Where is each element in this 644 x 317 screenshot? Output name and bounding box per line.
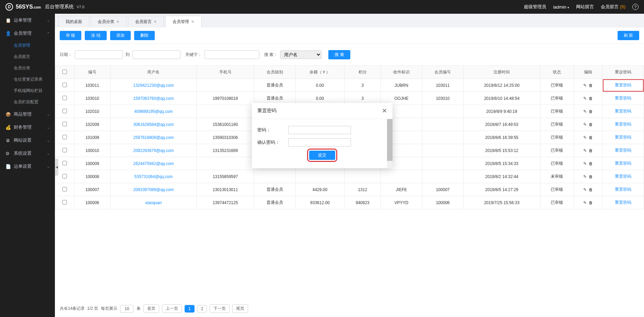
row-checkbox[interactable] bbox=[62, 161, 67, 165]
row-checkbox[interactable] bbox=[62, 96, 67, 100]
site-message-link[interactable]: 网站留言 bbox=[576, 4, 594, 10]
submit-button[interactable]: 提交 bbox=[309, 151, 335, 160]
reset-password-link[interactable]: 重置密码 bbox=[615, 200, 631, 205]
date-from-input[interactable] bbox=[75, 50, 123, 59]
close-icon[interactable]: ✕ bbox=[154, 20, 157, 24]
sidebar-collapse-handle[interactable]: ◀ bbox=[55, 158, 58, 176]
sidebar-sub-item[interactable]: 会员留言 bbox=[0, 51, 55, 62]
page-1[interactable]: 1 bbox=[185, 305, 195, 313]
select-all-checkbox[interactable] bbox=[62, 70, 67, 74]
sidebar-item[interactable]: 👤会员管理⌵ bbox=[0, 27, 55, 40]
username-link[interactable]: 409889195@qq.com bbox=[134, 109, 173, 114]
sidebar-sub-item[interactable]: 手机端网站栏目 bbox=[0, 85, 55, 96]
row-checkbox[interactable] bbox=[62, 122, 67, 126]
edit-icon[interactable]: ✎ bbox=[583, 148, 587, 153]
username-link[interactable]: 3061628584@qq.com bbox=[133, 122, 174, 127]
edit-icon[interactable]: ✎ bbox=[583, 122, 587, 127]
page-2[interactable]: 2 bbox=[197, 305, 207, 313]
freeze-button[interactable]: 冻 结 bbox=[85, 31, 106, 40]
reset-password-link[interactable]: 重置密码 bbox=[615, 187, 631, 192]
password-input[interactable] bbox=[288, 126, 351, 134]
edit-icon[interactable]: ✎ bbox=[583, 135, 587, 140]
tab[interactable]: 我的桌面 bbox=[58, 16, 89, 27]
sidebar-item[interactable]: ⚙系统设置⌵ bbox=[0, 147, 55, 160]
username-link[interactable]: 2624475942@qq.com bbox=[133, 161, 174, 166]
search-button[interactable]: 搜 索 bbox=[328, 50, 350, 59]
tab[interactable]: 会员管理✕ bbox=[165, 16, 201, 27]
reset-password-link[interactable]: 重置密码 bbox=[615, 135, 631, 140]
edit-icon[interactable]: ✎ bbox=[583, 83, 587, 88]
delete-icon[interactable]: 🗑 bbox=[589, 200, 593, 205]
cell-mno: 103010 bbox=[422, 92, 464, 105]
username-link[interactable]: 1597063760@qq.com bbox=[133, 96, 174, 101]
edit-icon[interactable]: ✎ bbox=[583, 187, 587, 192]
page-first[interactable]: 首页 bbox=[143, 304, 159, 313]
username-link[interactable]: 2093397089@qq.com bbox=[133, 187, 174, 192]
sidebar-item[interactable]: 📄运单设置⌵ bbox=[0, 160, 55, 173]
tab[interactable]: 会员留言✕ bbox=[128, 16, 164, 27]
close-icon[interactable]: ✕ bbox=[116, 20, 119, 24]
row-checkbox[interactable] bbox=[62, 200, 67, 204]
sidebar-item[interactable]: 📋运单管理⌵ bbox=[0, 14, 55, 27]
sidebar-item[interactable]: 📦商品管理⌵ bbox=[0, 108, 55, 121]
row-checkbox[interactable] bbox=[62, 187, 67, 191]
member-message-link[interactable]: 会员留言 (5) bbox=[601, 4, 625, 10]
delete-icon[interactable]: 🗑 bbox=[589, 135, 593, 140]
reset-password-link[interactable]: 重置密码 bbox=[615, 174, 631, 179]
keyword-input[interactable] bbox=[204, 50, 259, 59]
row-checkbox[interactable] bbox=[62, 83, 67, 87]
username-link[interactable]: 535731064@qq.com bbox=[134, 174, 173, 179]
audit-button[interactable]: 审 核 bbox=[60, 31, 81, 40]
refresh-button[interactable]: 刷 新 bbox=[618, 31, 639, 40]
delete-icon[interactable]: 🗑 bbox=[589, 187, 593, 192]
delete-icon[interactable]: 🗑 bbox=[589, 83, 593, 88]
reset-password-link[interactable]: 重置密码 bbox=[615, 122, 631, 127]
search-field-select[interactable]: 用户名 bbox=[280, 50, 321, 59]
reset-password-link[interactable]: 重置密码 bbox=[615, 148, 631, 153]
cell-recv bbox=[381, 170, 422, 183]
reset-password-link[interactable]: 重置密码 bbox=[615, 83, 631, 87]
delete-button[interactable]: 删除 bbox=[134, 31, 155, 40]
sidebar-sub-item[interactable]: 会员栏目配置 bbox=[0, 96, 55, 108]
reset-password-link[interactable]: 重置密码 bbox=[615, 109, 631, 114]
add-button[interactable]: 添加 bbox=[110, 31, 131, 40]
sidebar-sub-item[interactable]: 会员分类 bbox=[0, 62, 55, 74]
sidebar-sub-item[interactable]: 会员管理 bbox=[0, 40, 55, 51]
username-link[interactable]: 2597618808@qq.com bbox=[133, 135, 174, 140]
date-to-input[interactable] bbox=[132, 50, 180, 59]
reset-password-link[interactable]: 重置密码 bbox=[615, 161, 631, 166]
help-icon[interactable]: ? bbox=[632, 4, 639, 10]
delete-icon[interactable]: 🗑 bbox=[589, 96, 593, 101]
edit-icon[interactable]: ✎ bbox=[583, 200, 587, 205]
delete-icon[interactable]: 🗑 bbox=[589, 122, 593, 127]
row-checkbox[interactable] bbox=[62, 135, 67, 139]
username-link[interactable]: 2092283679@qq.com bbox=[133, 148, 174, 153]
user-dropdown[interactable]: iadmin▾ bbox=[553, 4, 569, 10]
close-icon[interactable]: ✕ bbox=[382, 107, 387, 115]
username-link[interactable]: xiaoquan bbox=[145, 200, 162, 205]
page-prev[interactable]: 上一页 bbox=[162, 304, 182, 313]
sidebar-item[interactable]: 💰财务管理⌵ bbox=[0, 121, 55, 134]
tab[interactable]: 会员分类✕ bbox=[91, 16, 127, 27]
edit-icon[interactable]: ✎ bbox=[583, 174, 587, 179]
page-next[interactable]: 下一页 bbox=[210, 304, 230, 313]
per-page-input[interactable]: 10 bbox=[120, 305, 134, 313]
row-checkbox[interactable] bbox=[62, 148, 67, 152]
sidebar-sub-item[interactable]: 仓位变更记录表 bbox=[0, 74, 55, 85]
delete-icon[interactable]: 🗑 bbox=[589, 148, 593, 153]
page-last[interactable]: 尾页 bbox=[232, 304, 248, 313]
edit-icon[interactable]: ✎ bbox=[583, 109, 587, 114]
modal-scrollbar[interactable] bbox=[387, 119, 393, 168]
edit-icon[interactable]: ✎ bbox=[583, 161, 587, 166]
delete-icon[interactable]: 🗑 bbox=[589, 161, 593, 166]
close-icon[interactable]: ✕ bbox=[191, 20, 194, 24]
delete-icon[interactable]: 🗑 bbox=[589, 109, 593, 114]
reset-password-link[interactable]: 重置密码 bbox=[615, 96, 631, 101]
edit-icon[interactable]: ✎ bbox=[583, 96, 587, 101]
sidebar-item[interactable]: 🖥网站设置⌵ bbox=[0, 134, 55, 147]
row-checkbox[interactable] bbox=[62, 109, 67, 113]
row-checkbox[interactable] bbox=[62, 174, 67, 178]
delete-icon[interactable]: 🗑 bbox=[589, 174, 593, 179]
confirm-password-input[interactable] bbox=[288, 138, 351, 146]
username-link[interactable]: 1329421230@qq.com bbox=[133, 83, 174, 88]
